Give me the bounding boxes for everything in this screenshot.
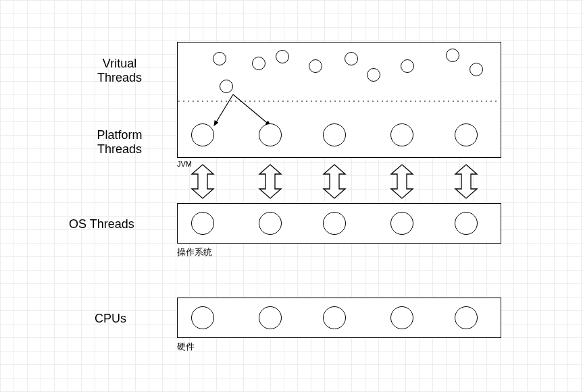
virtual-thread-circle [309, 59, 322, 73]
os-caption: 操作系统 [177, 246, 258, 258]
platform-thread-circle [259, 123, 282, 146]
virtual-thread-circle [276, 50, 289, 63]
virtual-thread-circle [367, 68, 380, 82]
cpu-circle [390, 306, 413, 329]
platform-thread-circle [390, 123, 413, 146]
platform-thread-circle [323, 123, 346, 146]
os-thread-circle [390, 212, 413, 235]
virtual-thread-circle [470, 63, 483, 76]
virtual-thread-circle [220, 80, 233, 93]
jvm-caption: JVM [177, 160, 218, 168]
virtual-thread-circle [252, 57, 265, 70]
virtual-thread-circle [345, 52, 358, 65]
platform-thread-circle [191, 123, 214, 146]
cpu-circle [455, 306, 478, 329]
os-threads-label: OS Threads [69, 217, 163, 231]
cpu-circle [323, 306, 346, 329]
cpu-circle [191, 306, 214, 329]
platform-threads-label: Platform Threads [89, 128, 150, 157]
hardware-caption: 硬件 [177, 341, 258, 353]
virtual-threads-label: Vritual Threads [89, 57, 150, 85]
virtual-thread-circle [213, 52, 226, 65]
os-thread-circle [323, 212, 346, 235]
platform-thread-circle [455, 123, 478, 146]
os-thread-circle [191, 212, 214, 235]
cpu-circle [259, 306, 282, 329]
virtual-thread-circle [446, 49, 459, 62]
os-thread-circle [455, 212, 478, 235]
diagram-canvas: Vritual Threads Platform Threads OS Thre… [0, 0, 583, 392]
virtual-thread-circle [401, 59, 414, 73]
cpus-label: CPUs [95, 312, 162, 326]
os-thread-circle [259, 212, 282, 235]
